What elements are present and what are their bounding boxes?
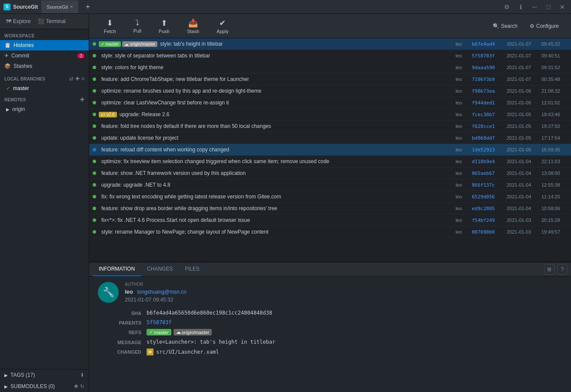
commit-row[interactable]: style: colors for light theme leo 9daaa5… [89, 62, 571, 74]
commit-graph [93, 182, 96, 188]
histories-label: Histories [13, 42, 34, 48]
sidebar-footer: ▶ TAGS (17) ⬇ ▶ SUBMODULES (0) ✚ ↻ [0, 369, 89, 392]
commit-row[interactable]: 🏷 v2.6 upgrade: Release 2.6 leo fcec38b7… [89, 109, 571, 121]
apply-btn[interactable]: ✔ Apply [209, 16, 237, 37]
explore-label: Explore [13, 18, 31, 24]
fetch-label: Fetch [104, 29, 116, 34]
commit-dot [93, 160, 96, 163]
parents-value[interactable]: 5f50703f [147, 319, 562, 325]
changed-label: CHANGED [98, 348, 141, 355]
submodule-refresh-icon[interactable]: ↻ [80, 383, 84, 389]
commit-row[interactable]: feature: fold tree nodes by default if t… [89, 121, 571, 132]
close-tab-icon[interactable]: ✕ [70, 4, 73, 9]
commit-date: 2021-01-07 [507, 41, 541, 47]
detail-layout-btn[interactable]: ⊞ [544, 264, 554, 275]
commit-graph [93, 135, 96, 141]
commits-list[interactable]: ✓ master☁ origin/master style: tab's hei… [89, 38, 571, 261]
commit-row[interactable]: fix: fix wrong text encoding while getti… [89, 191, 571, 203]
commit-time: 19:43:46 [541, 112, 568, 117]
sidebar-tags[interactable]: ▶ TAGS (17) ⬇ [0, 369, 89, 381]
commit-row[interactable]: optimize: clear LastViewChange first bef… [89, 97, 571, 109]
commit-date: 2021-01-07 [507, 53, 541, 58]
sidebar-item-commit[interactable]: ✈ Commit 3 [0, 50, 89, 61]
commit-hash: fcec38b7 [472, 112, 507, 117]
commit-row[interactable]: style: rename Manager to NewPage; change… [89, 226, 571, 238]
commit-graph [93, 123, 96, 129]
commit-row[interactable]: optimize: fix treeview item selection ch… [89, 156, 571, 168]
stashes-icon: 📦 [4, 63, 11, 69]
restore-btn[interactable]: □ [543, 2, 554, 12]
commit-time: 12:01:02 [541, 100, 568, 105]
commit-message: fix<*>: fix .NET 4.6 Process.Start not o… [101, 217, 446, 223]
commit-time: 17:17:54 [541, 135, 568, 141]
author-label: AUTHOR [125, 282, 187, 287]
minimize-btn[interactable]: ─ [529, 2, 540, 12]
branch-check-icon: ✓ [6, 85, 10, 91]
close-btn[interactable]: ✕ [557, 2, 568, 12]
commit-date: 2021-01-07 [507, 65, 541, 70]
tags-fetch-icon[interactable]: ⬇ [80, 372, 84, 378]
commit-date: 2021-01-06 [507, 88, 541, 94]
tags-actions: ⬇ [80, 372, 84, 378]
commit-row[interactable]: style: style of separator between tabs i… [89, 50, 571, 62]
remote-add-icon[interactable]: ✚ [80, 97, 84, 103]
commit-time: 13:08:00 [541, 171, 568, 176]
commit-date: 2021-01-03 [507, 218, 541, 223]
commit-row[interactable]: upgrade: upgrade .NET to 4.8 leo 866f137… [89, 179, 571, 191]
author-info: AUTHOR leo longshuang@msn.cn 2021-01-07 … [125, 282, 187, 303]
sidebar-submodules[interactable]: ▶ SUBMODULES (0) ✚ ↻ [0, 381, 89, 392]
refs-value: ✓ master ☁ origin/master [147, 329, 562, 335]
commit-hash: f944ded1 [472, 100, 507, 106]
add-tab-btn[interactable]: ＋ [79, 0, 97, 13]
branch-action-1-icon[interactable]: ⇄ [69, 76, 73, 82]
info-icon[interactable]: ℹ [515, 2, 526, 12]
commit-dot [93, 101, 96, 104]
remote-origin[interactable]: ▶ origin [0, 104, 89, 114]
commit-dot [93, 124, 96, 128]
push-btn[interactable]: ⬆ Push [151, 16, 177, 37]
branch-action-2-icon[interactable]: ✚ [75, 76, 80, 82]
stash-btn[interactable]: 📥 Stash [179, 16, 207, 37]
fetch-btn[interactable]: ⬇ Fetch [96, 16, 124, 37]
commit-row[interactable]: feature: add ChromeTabShape; new titleba… [89, 74, 571, 85]
pull-btn[interactable]: ⤵ Pull [126, 16, 149, 36]
commit-row[interactable]: feature: show .NET framework version use… [89, 168, 571, 179]
commit-row[interactable]: optimize: rename brushes used by this ap… [89, 85, 571, 97]
apply-label: Apply [217, 29, 229, 34]
commit-hash: 1de52923 [472, 147, 507, 153]
commit-dot [93, 89, 96, 93]
badge-master: ✓ master [99, 41, 121, 47]
commit-message: feature: fold tree nodes by default if t… [101, 123, 446, 129]
commit-row[interactable]: ✓ master☁ origin/master style: tab's hei… [89, 38, 571, 50]
sidebar-item-histories[interactable]: 📋 Histories [0, 40, 89, 50]
commit-row[interactable]: fix<*>: fix .NET 4.6 Process.Start not o… [89, 214, 571, 226]
tab-sourcegit[interactable]: SourceGit ✕ [41, 0, 78, 13]
search-btn[interactable]: 🔍 Search [488, 20, 523, 32]
remotes-label: REMOTES [4, 97, 26, 102]
branch-master[interactable]: ✓ master [0, 84, 89, 93]
explore-btn[interactable]: 🗺 Explore [4, 17, 33, 25]
detail-tabs: INFORMATION CHANGES FILES ⊞ ? [89, 262, 571, 277]
terminal-btn[interactable]: ⬛ Terminal [36, 17, 67, 25]
sidebar-item-stashes[interactable]: 📦 Stashes [0, 61, 89, 71]
tab-changes[interactable]: CHANGES [141, 262, 179, 276]
author-section: 🔧 AUTHOR leo longshuang@msn.cn 2021-01-0… [98, 282, 562, 303]
settings-icon[interactable]: ⚙ [501, 2, 512, 12]
toolbar-right: 🔍 Search ⚙ Configure [488, 20, 564, 32]
tab-files[interactable]: FILES [179, 262, 205, 276]
tab-information[interactable]: INFORMATION [93, 262, 141, 276]
commit-row[interactable]: feature: show drop area border while dra… [89, 203, 571, 214]
commit-author: leo [446, 182, 472, 188]
author-name: leo [125, 288, 133, 295]
submodule-add-icon[interactable]: ✚ [74, 383, 78, 389]
configure-btn[interactable]: ⚙ Configure [524, 20, 564, 32]
commit-message: update: update license for project [101, 135, 446, 141]
commit-author: leo [446, 41, 472, 47]
commit-author: leo [446, 229, 472, 235]
sha-label: SHA [98, 310, 141, 316]
detail-help-btn[interactable]: ? [557, 264, 568, 275]
branch-filter-icon[interactable]: ≡ [81, 76, 84, 82]
commit-date: 2021-01-03 [507, 229, 541, 235]
commit-row[interactable]: feature: reload diff content when workin… [89, 144, 571, 156]
commit-row[interactable]: update: update license for project leo b… [89, 132, 571, 144]
